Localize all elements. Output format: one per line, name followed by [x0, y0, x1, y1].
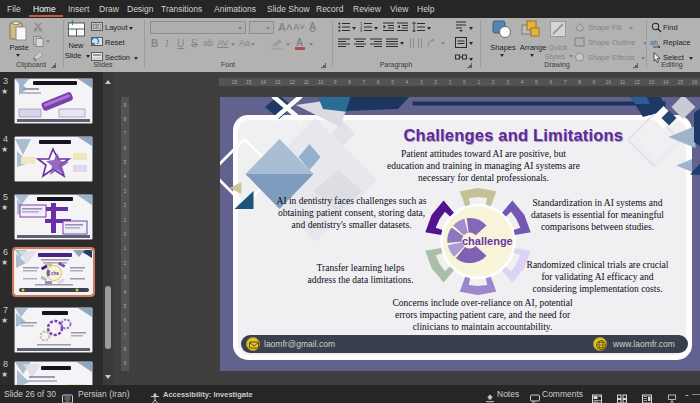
svg-text:challenge: challenge [462, 235, 513, 247]
svg-text:ab: ab [650, 39, 658, 46]
svg-text:3: 3 [360, 28, 363, 32]
svg-text:cha: cha [51, 271, 59, 276]
